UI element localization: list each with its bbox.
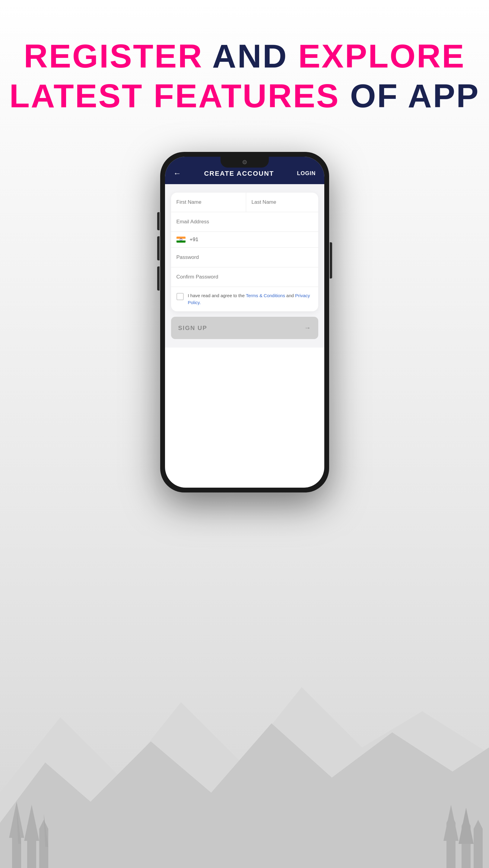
password-input[interactable] [171, 248, 318, 267]
confirm-password-input[interactable] [171, 267, 318, 287]
headline-register: REGISTER [24, 37, 203, 74]
name-row [171, 193, 318, 212]
phone-code: +91 [190, 237, 199, 243]
ashoka-chakra [180, 239, 182, 241]
phone-button-volume-silent [157, 212, 160, 230]
phone-row: +91 [171, 232, 318, 248]
phone-notch [221, 157, 269, 167]
email-input[interactable] [171, 212, 318, 232]
phone-camera [242, 160, 247, 164]
headline-explore: EXPLORE [298, 37, 465, 74]
headline-of: OF [350, 77, 407, 114]
back-button[interactable]: ← [173, 169, 181, 178]
headline-latest-features: LATEST FEATURES [9, 77, 340, 114]
app-body: +91 I have read and agree to the Terms &… [165, 184, 324, 347]
flag-green [176, 241, 185, 243]
flag-white [176, 239, 185, 241]
headline-app: APP [408, 77, 480, 114]
phone-button-volume-down [157, 267, 160, 290]
first-name-input[interactable] [171, 193, 246, 212]
terms-conditions-link[interactable]: Terms & Conditions [246, 293, 285, 298]
phone-mockup: ← CREATE ACCOUNT LOGIN [160, 152, 329, 493]
terms-text: I have read and agree to the Terms & Con… [188, 292, 313, 306]
signup-arrow-icon: → [305, 324, 311, 332]
headline-and: AND [212, 37, 298, 74]
signup-label: SIGN UP [178, 324, 207, 332]
last-name-input[interactable] [246, 193, 318, 212]
terms-checkbox[interactable] [176, 293, 184, 300]
terms-row: I have read and agree to the Terms & Con… [171, 287, 318, 311]
terms-middle: and [285, 293, 295, 298]
signup-button[interactable]: SIGN UP → [171, 317, 318, 339]
page-title: CREATE ACCOUNT [204, 170, 274, 178]
headline: REGISTER AND EXPLORE LATEST FEATURES OF … [9, 36, 480, 116]
phone-button-volume-up [157, 236, 160, 260]
login-button[interactable]: LOGIN [297, 170, 316, 177]
registration-form: +91 I have read and agree to the Terms &… [171, 193, 318, 311]
phone-button-power [330, 242, 332, 278]
terms-prefix: I have read and agree to the [188, 293, 246, 298]
svg-marker-13 [473, 820, 483, 868]
india-flag [176, 237, 185, 243]
